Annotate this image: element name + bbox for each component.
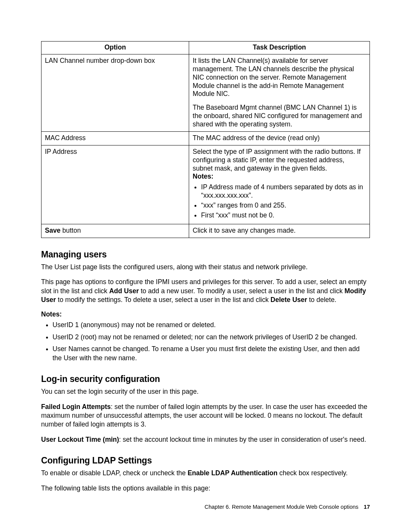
notes-list: IP Address made of 4 numbers separated b… bbox=[193, 183, 366, 220]
paragraph: You can set the login security of the us… bbox=[41, 387, 370, 396]
option-cell: Save button bbox=[41, 224, 189, 238]
option-cell: MAC Address bbox=[41, 131, 189, 145]
paragraph: This page has options to configure the I… bbox=[41, 278, 370, 304]
task-cell: The MAC address of the device (read only… bbox=[189, 131, 370, 145]
list-item: IP Address made of 4 numbers separated b… bbox=[201, 183, 366, 200]
table-row: Save button Click it to save any changes… bbox=[41, 224, 370, 238]
heading-ldap: Configuring LDAP Settings bbox=[41, 455, 370, 466]
option-cell: LAN Channel number drop-down box bbox=[41, 54, 189, 131]
option-cell: IP Address bbox=[41, 145, 189, 224]
paragraph: To enable or disable LDAP, check or unch… bbox=[41, 469, 370, 478]
task-cell: Select the type of IP assignment with th… bbox=[189, 145, 370, 224]
bold-lockout-time: User Lockout Time (min) bbox=[41, 436, 119, 443]
paragraph: The User List page lists the configured … bbox=[41, 263, 370, 272]
bold-add-user: Add User bbox=[109, 287, 139, 295]
heading-managing-users: Managing users bbox=[41, 249, 370, 260]
task-paragraph: Select the type of IP assignment with th… bbox=[193, 148, 360, 172]
page-container: Option Task Description LAN Channel numb… bbox=[0, 0, 411, 532]
text-fragment: to delete. bbox=[307, 296, 336, 304]
option-rest-part: button bbox=[61, 227, 81, 234]
options-table: Option Task Description LAN Channel numb… bbox=[41, 41, 370, 238]
column-header-option: Option bbox=[41, 42, 189, 54]
options-table-header-row: Option Task Description bbox=[41, 42, 370, 54]
text-fragment: check box respectively. bbox=[277, 469, 347, 477]
list-item: First “xxx” must not be 0. bbox=[201, 211, 366, 220]
notes-label: Notes: bbox=[193, 173, 213, 180]
column-header-task: Task Description bbox=[189, 42, 370, 54]
list-item: UserID 2 (root) may not be renamed or de… bbox=[53, 333, 370, 342]
footer-chapter: Chapter 6. Remote Management Module Web … bbox=[204, 504, 358, 510]
heading-login-security: Log-in security configuration bbox=[41, 374, 370, 384]
text-fragment: To enable or disable LDAP, check or unch… bbox=[41, 469, 188, 477]
text-fragment: to modify the settings. To delete a user… bbox=[56, 296, 271, 304]
table-row: MAC Address The MAC address of the devic… bbox=[41, 131, 370, 145]
notes-label: Notes: bbox=[41, 310, 370, 318]
table-row: LAN Channel number drop-down box It list… bbox=[41, 54, 370, 131]
footer-page-number: 17 bbox=[360, 504, 370, 510]
bold-enable-ldap: Enable LDAP Authentication bbox=[188, 469, 277, 477]
list-item: UserID 1 (anonymous) may not be renamed … bbox=[53, 321, 370, 329]
bold-failed-login: Failed Login Attempts bbox=[41, 403, 111, 411]
paragraph: The following table lists the options av… bbox=[41, 484, 370, 493]
paragraph: User Lockout Time (min): set the account… bbox=[41, 435, 370, 444]
paragraph: Failed Login Attempts: set the number of… bbox=[41, 403, 370, 429]
text-fragment: to add a new user. To modify a user, sel… bbox=[139, 287, 345, 295]
list-item: User Names cannot be changed. To rename … bbox=[53, 345, 370, 363]
notes-list: UserID 1 (anonymous) may not be renamed … bbox=[41, 321, 370, 363]
bold-delete-user: Delete User bbox=[271, 296, 307, 304]
task-paragraph: It lists the LAN Channel(s) available fo… bbox=[193, 57, 366, 98]
table-row: IP Address Select the type of IP assignm… bbox=[41, 145, 370, 224]
option-bold-part: Save bbox=[45, 227, 61, 234]
list-item: “xxx” ranges from 0 and 255. bbox=[201, 201, 366, 210]
task-cell: It lists the LAN Channel(s) available fo… bbox=[189, 54, 370, 131]
task-cell: Click it to save any changes made. bbox=[189, 224, 370, 238]
page-footer: Chapter 6. Remote Management Module Web … bbox=[41, 504, 370, 510]
task-paragraph: The Baseboard Mgmt channel (BMC LAN Chan… bbox=[193, 104, 366, 129]
text-fragment: : set the account lockout time in minute… bbox=[119, 436, 366, 443]
